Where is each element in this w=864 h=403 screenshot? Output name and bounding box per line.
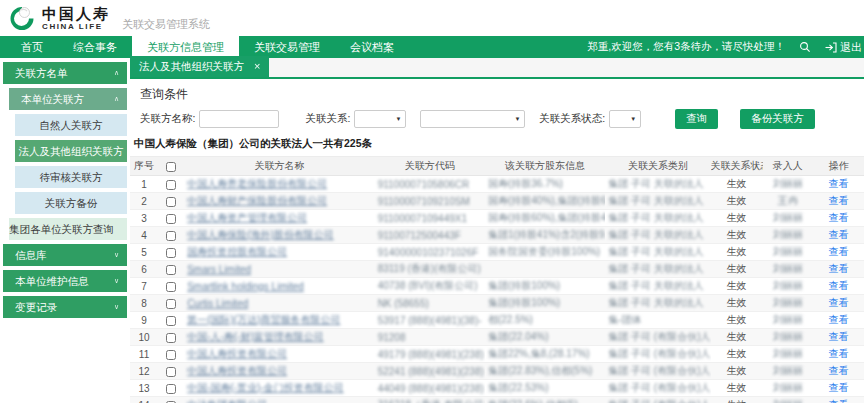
view-link[interactable]: 查看 xyxy=(828,331,848,342)
row-checkbox[interactable] xyxy=(166,282,176,292)
row-number-cell: 3 xyxy=(130,210,158,227)
table-row: 9第一(国际)(万达)商贸服务有限公司53917 (888)(4981)(38)… xyxy=(130,312,864,329)
party-name-link[interactable]: 中国人寿财产保险股份有限公司 xyxy=(187,195,327,206)
view-link[interactable]: 查看 xyxy=(828,399,848,403)
nav-item-1[interactable]: 综合事务 xyxy=(58,36,132,58)
relation-status-select[interactable]: ▼ xyxy=(609,110,641,128)
row-checkbox[interactable] xyxy=(166,333,176,343)
sidebar-item-5[interactable]: 关联方备份 xyxy=(15,192,127,214)
nav-item-2[interactable]: 关联方信息管理 xyxy=(132,36,239,58)
logout-button[interactable]: 退出 xyxy=(825,40,862,55)
view-link[interactable]: 查看 xyxy=(828,178,848,189)
party-name-input[interactable] xyxy=(199,110,279,128)
view-link[interactable]: 查看 xyxy=(828,246,848,257)
sidebar-item-9[interactable]: 变更记录∨ xyxy=(3,296,127,318)
relation-category-text: 集团 子司 (有限合伙)人 xyxy=(608,331,710,342)
column-header-4: 该关联方股东信息 xyxy=(485,157,605,176)
sidebar-item-1[interactable]: 本单位关联方∧ xyxy=(9,88,127,110)
relation-status-cell: 生效 xyxy=(711,329,763,346)
search-button[interactable]: 查询 xyxy=(675,109,718,129)
operator-text: 刘丽丽 xyxy=(773,280,803,291)
view-link[interactable]: 查看 xyxy=(828,229,848,240)
sidebar-item-7[interactable]: 信息库∨ xyxy=(3,244,127,266)
row-checkbox-cell xyxy=(158,244,184,261)
table-row: 5国寿投资控股有限公司91400000102371026F国务院国资委(持股10… xyxy=(130,244,864,261)
row-checkbox[interactable] xyxy=(166,384,176,394)
relation-status-cell: 生效 xyxy=(711,227,763,244)
view-link[interactable]: 查看 xyxy=(828,382,848,393)
party-name-link[interactable]: 中国人寿投资有限公司 xyxy=(187,365,287,376)
sidebar-item-6[interactable]: 集团各单位关联方查询 xyxy=(9,218,127,240)
row-checkbox[interactable] xyxy=(166,214,176,224)
operator-text: 刘丽丽 xyxy=(773,212,803,223)
relation-label: 关联关系: xyxy=(305,112,350,126)
row-checkbox[interactable] xyxy=(166,180,176,190)
relation-select[interactable]: ▼ xyxy=(354,110,406,128)
view-link[interactable]: 查看 xyxy=(828,280,848,291)
table-row: 8Curtis LimitedNK (58655)集团(持股100%)集团 子司… xyxy=(130,295,864,312)
party-name-link[interactable]: 第一(国际)(万达)商贸服务有限公司 xyxy=(187,314,340,325)
nav-item-4[interactable]: 会议档案 xyxy=(335,36,409,58)
chevron-down-icon: ▼ xyxy=(630,116,636,122)
sidebar-item-label: 自然人关联方 xyxy=(15,114,127,136)
sidebar-item-8[interactable]: 本单位维护信息∨ xyxy=(3,270,127,292)
row-checkbox[interactable] xyxy=(166,316,176,326)
operator-cell: 刘丽丽 xyxy=(763,261,813,278)
party-name-link[interactable]: Curtis Limited xyxy=(187,298,248,309)
party-code-text: 49179 (888)(4981)(238) xyxy=(378,349,484,360)
select-all-checkbox[interactable] xyxy=(166,162,176,172)
relation-category-cell: 集团 子司 关联的法人 xyxy=(605,295,710,312)
row-number-cell: 9 xyxy=(130,312,158,329)
tab-legal-person-related-parties[interactable]: 法人及其他组织关联方 × xyxy=(130,56,269,77)
party-name-link[interactable]: 中国人寿投资有限公司 xyxy=(187,348,287,359)
party-code-cell: NK (58655) xyxy=(375,295,485,312)
row-checkbox[interactable] xyxy=(166,197,176,207)
party-name-link[interactable]: 中达集团有限公司 xyxy=(187,399,267,403)
party-name-link[interactable]: Smars Limited xyxy=(187,264,251,275)
row-checkbox[interactable] xyxy=(166,350,176,360)
party-name-link[interactable]: 国寿投资控股有限公司 xyxy=(187,246,287,257)
sidebar-item-3[interactable]: 法人及其他组织关联方 xyxy=(15,140,127,162)
operator-text: 刘丽丽 xyxy=(773,229,803,240)
search-icon[interactable] xyxy=(799,41,811,53)
row-checkbox[interactable] xyxy=(166,265,176,275)
relation-sub-select[interactable]: ▼ xyxy=(420,110,525,128)
nav-items: 首页综合事务关联方信息管理关联交易管理会议档案 xyxy=(0,36,409,58)
party-name-link[interactable]: 中国人寿保险(海外)股份有限公司 xyxy=(187,229,334,240)
shareholder-info-cell: 集团(22.53%) xyxy=(485,380,605,397)
relation-category-cell: 集团 子司 关联的法人 xyxy=(605,227,710,244)
view-link[interactable]: 查看 xyxy=(828,348,848,359)
backup-parties-button[interactable]: 备份关联方 xyxy=(740,109,815,129)
sidebar-item-4[interactable]: 待审核关联方 xyxy=(15,166,127,188)
shareholder-info-text: 集团(22.53%) xyxy=(488,382,549,393)
party-name-link[interactable]: 中国人寿资产管理有限公司 xyxy=(187,212,307,223)
row-checkbox-cell xyxy=(158,278,184,295)
view-link[interactable]: 查看 xyxy=(828,365,848,376)
party-name-link[interactable]: 中国-国寿(-置业)-金门投资有限公司 xyxy=(187,382,344,393)
close-icon[interactable]: × xyxy=(254,61,260,72)
party-code-text: 91100007109449X1 xyxy=(378,213,467,224)
sidebar-item-2[interactable]: 自然人关联方 xyxy=(15,114,127,136)
view-link[interactable]: 查看 xyxy=(828,263,848,274)
sidebar-item-0[interactable]: 关联方名单∧ xyxy=(3,62,127,84)
party-code-cell: 52241 (888)(4981)(238) xyxy=(375,363,485,380)
row-checkbox[interactable] xyxy=(166,299,176,309)
operator-text: 刘丽丽 xyxy=(773,246,803,257)
content-area: 法人及其他组织关联方 × 查询条件 关联方名称: 关联关系: ▼ ▼ 关联关系状… xyxy=(130,58,864,403)
view-link[interactable]: 查看 xyxy=(828,314,848,325)
row-checkbox[interactable] xyxy=(166,231,176,241)
action-cell: 查看 xyxy=(813,176,864,193)
relation-category-cell: 集团 子司 关联的法人 xyxy=(605,193,710,210)
row-checkbox[interactable] xyxy=(166,248,176,258)
view-link[interactable]: 查看 xyxy=(828,195,848,206)
row-checkbox[interactable] xyxy=(166,367,176,377)
party-code-cell: 44049 (888)(4981)(238) xyxy=(375,380,485,397)
nav-item-0[interactable]: 首页 xyxy=(6,36,58,58)
party-name-link[interactable]: 中国-人-寿(-财)富管理有限公司 xyxy=(187,331,324,342)
party-name-link[interactable]: Smartlink holdings Limited xyxy=(187,281,304,292)
view-link[interactable]: 查看 xyxy=(828,212,848,223)
party-name-link[interactable]: 中国人寿养老保险股份有限公司 xyxy=(187,178,327,189)
action-cell: 查看 xyxy=(813,363,864,380)
nav-item-3[interactable]: 关联交易管理 xyxy=(239,36,335,58)
view-link[interactable]: 查看 xyxy=(828,297,848,308)
